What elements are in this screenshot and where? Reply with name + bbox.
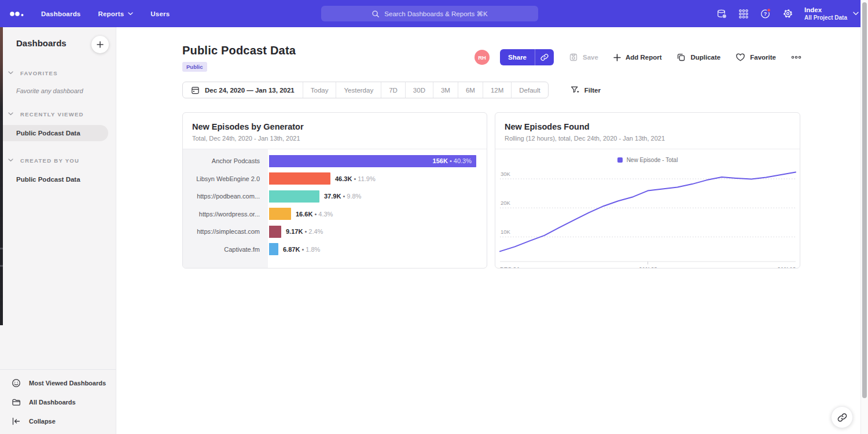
bar-anchor-podcasts[interactable]: 156K • 40.3% [269, 155, 476, 167]
primary-nav: DashboardsReportsUsers [41, 10, 170, 17]
bar-category-label: Anchor Podcasts [183, 157, 268, 164]
project-subtitle: All Project Data [804, 14, 847, 21]
background-window-strip [0, 27, 3, 325]
top-navbar: DashboardsReportsUsers Search Dashboards… [0, 0, 868, 27]
collapse-sidebar-button[interactable]: Collapse [0, 411, 116, 431]
bar-row: Libsyn WebEngine 2.046.3K • 11.9% [183, 170, 487, 188]
date-range-control: Dec 24, 2020 — Jan 13, 2021 TodayYesterd… [182, 82, 549, 98]
bar-category-label: https://podbean.com... [183, 193, 268, 200]
chevron-down-icon [128, 12, 133, 16]
bar-category-label: Captivate.fm [183, 246, 268, 253]
copy-link-fab[interactable] [831, 406, 853, 428]
save-button-label: Save [583, 54, 598, 61]
sidebar-footer: Most Viewed Dashboards All Dashboards Co… [0, 369, 116, 431]
bar-captivate-fm[interactable] [269, 243, 278, 255]
sidebar-section-recently-viewed[interactable]: RECENTLY VIEWED [0, 110, 116, 118]
bar-https-podbean-com[interactable] [269, 190, 319, 203]
plus-icon [97, 41, 104, 48]
preset-3m[interactable]: 3M [433, 82, 458, 98]
date-range-picker[interactable]: Dec 24, 2020 — Jan 13, 2021 [183, 82, 303, 98]
sidebar-title: Dashboards [16, 36, 67, 48]
folder-icon [12, 398, 21, 407]
help-icon[interactable]: ? [756, 4, 775, 24]
add-dashboard-button[interactable] [91, 36, 109, 53]
preset-today[interactable]: Today [303, 82, 336, 98]
apps-grid-icon[interactable] [734, 4, 753, 24]
filter-label: Filter [584, 87, 601, 94]
sidebar-section-favorites[interactable]: FAVORITES [0, 69, 116, 77]
card-title: New Episodes Found [505, 122, 790, 131]
nav-item-reports[interactable]: Reports [98, 10, 133, 17]
favorite-button[interactable]: Favorite [735, 53, 776, 62]
bar-https-simplecast-com[interactable] [269, 226, 281, 238]
bar-row: Captivate.fm6.87K • 1.8% [183, 241, 487, 259]
line-series [500, 172, 796, 252]
x-axis-label: JAN 03 [638, 266, 657, 269]
share-button[interactable]: Share [500, 49, 554, 65]
bar-value-label: 156K • 40.3% [433, 157, 476, 164]
footer-item-label: Collapse [29, 418, 56, 425]
share-link-button[interactable] [535, 49, 554, 65]
sidebar: Dashboards FAVORITESFavorite any dashboa… [0, 27, 116, 434]
filter-button[interactable]: Filter [571, 86, 601, 94]
preset-default[interactable]: Default [511, 82, 547, 98]
duplicate-button[interactable]: Duplicate [676, 53, 720, 62]
preset-yesterday[interactable]: Yesterday [336, 82, 381, 98]
bar-chart-card: New Episodes by Generator Total, Dec 24t… [182, 112, 487, 269]
heart-icon [735, 53, 745, 62]
preset-6m[interactable]: 6M [458, 82, 483, 98]
section-label: RECENTLY VIEWED [20, 111, 84, 117]
legend-label: New Episode - Total [627, 157, 678, 163]
y-axis-tick-label: 30K [501, 171, 511, 177]
svg-text:?: ? [764, 11, 767, 17]
save-button[interactable]: Save [569, 53, 598, 62]
section-label: FAVORITES [20, 70, 58, 76]
chevron-down-icon [8, 159, 13, 162]
preset-30d[interactable]: 30D [405, 82, 433, 98]
bar-value-label: 37.9K • 9.8% [324, 193, 361, 200]
card-title: New Episodes by Generator [192, 122, 477, 131]
bar-row: Anchor Podcasts156K • 40.3% [183, 152, 487, 170]
nav-item-dashboards[interactable]: Dashboards [41, 10, 80, 17]
avatar[interactable]: RH [475, 50, 490, 65]
bar-libsyn-webengine-2-0[interactable] [269, 172, 330, 185]
all-dashboards-button[interactable]: All Dashboards [0, 392, 116, 411]
more-options-button[interactable] [791, 53, 801, 61]
collapse-icon [12, 417, 21, 426]
bar-category-label: https://simplecast.com [183, 228, 268, 235]
sidebar-item-public-podcast-data[interactable]: Public Podcast Data [0, 171, 116, 187]
sidebar-item-public-podcast-data[interactable]: Public Podcast Data [0, 125, 108, 141]
nav-item-users[interactable]: Users [150, 10, 170, 17]
bar-category-label: Libsyn WebEngine 2.0 [183, 175, 268, 182]
data-management-icon[interactable] [712, 4, 731, 24]
preset-12m[interactable]: 12M [483, 82, 511, 98]
line-chart-card: New Episodes Found Rolling (12 hours), t… [495, 112, 800, 269]
footer-item-label: All Dashboards [29, 399, 76, 406]
share-button-label[interactable]: Share [500, 49, 535, 65]
add-report-button[interactable]: Add Report [613, 54, 662, 61]
scrollbar-track[interactable] [860, 0, 868, 434]
preset-7d[interactable]: 7D [381, 82, 405, 98]
calendar-icon [191, 86, 200, 94]
search-placeholder: Search Dashboards & Reports ⌘K [384, 10, 487, 18]
x-axis-label: DEC 24 [500, 266, 520, 269]
bar-https-wordpress-or[interactable] [269, 208, 291, 220]
bar-row: https://wordpress.or...16.6K • 4.3% [183, 205, 487, 223]
scrollbar-thumb[interactable] [862, 2, 867, 398]
chart-legend[interactable]: New Episode - Total [495, 149, 800, 164]
duplicate-label: Duplicate [690, 54, 720, 61]
filter-icon [571, 86, 579, 94]
chevron-down-icon [8, 71, 13, 75]
settings-gear-icon[interactable] [778, 4, 797, 24]
project-selector[interactable]: Index All Project Data [804, 6, 859, 22]
public-badge: Public [182, 62, 207, 72]
link-icon [540, 53, 549, 61]
most-viewed-dashboards-button[interactable]: Most Viewed Dashboards [0, 373, 116, 392]
search-input[interactable]: Search Dashboards & Reports ⌘K [321, 6, 538, 21]
search-icon [372, 10, 380, 18]
logo-dots-icon[interactable] [9, 9, 25, 19]
date-range-label: Dec 24, 2020 — Jan 13, 2021 [205, 87, 295, 94]
bar-value-label: 46.3K • 11.9% [335, 175, 376, 182]
sidebar-section-created-by-you[interactable]: CREATED BY YOU [0, 156, 116, 164]
page-title: Public Podcast Data [182, 44, 296, 57]
